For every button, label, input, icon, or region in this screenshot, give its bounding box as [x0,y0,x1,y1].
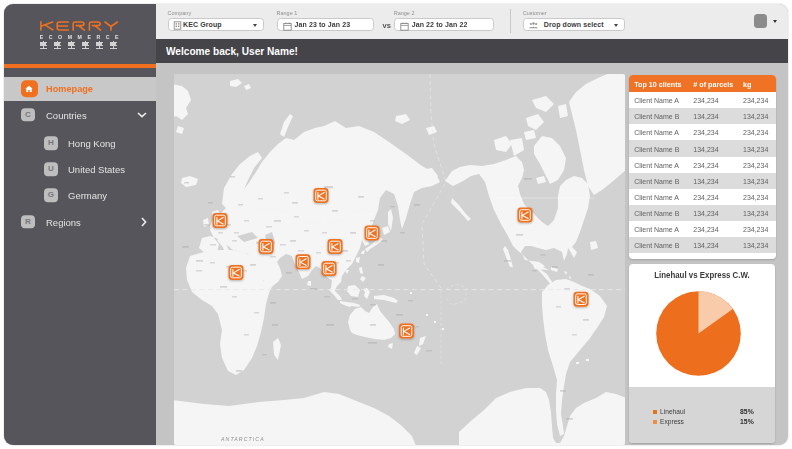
svg-text:ANTARCTICA: ANTARCTICA [220,435,265,441]
